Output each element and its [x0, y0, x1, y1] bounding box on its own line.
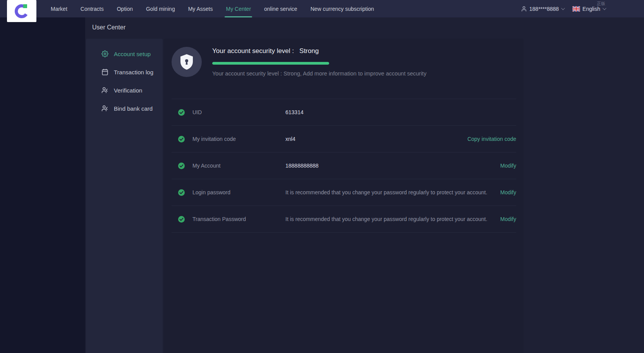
shield-icon: [180, 54, 194, 70]
sidebar-item-transaction-log[interactable]: Transaction log: [101, 64, 163, 80]
security-progress-fill: [212, 62, 329, 65]
row-transaction-password: Transaction Password It is recommended t…: [172, 206, 516, 233]
security-level-subtitle: Your account security level : Strong, Ad…: [212, 70, 426, 77]
modify-transaction-password-link[interactable]: Modify: [500, 216, 516, 222]
security-progress-bar: [212, 62, 329, 65]
sidebar-item-verification[interactable]: Verification: [101, 82, 163, 98]
check-icon: [178, 136, 185, 142]
account-setup-panel: Your account security level :Strong Your…: [164, 39, 524, 353]
row-invitation-code: My invitation code xnl4 Copy invitation …: [172, 126, 516, 153]
shield-badge: [172, 47, 202, 77]
nav-item-my-assets[interactable]: My Assets: [182, 0, 220, 17]
sidebar-item-label: Transaction log: [114, 69, 153, 75]
person-icon: [101, 105, 108, 112]
main-nav: Market Contracts Option Gold mining My A…: [44, 0, 381, 17]
row-label: My Account: [192, 163, 285, 169]
row-my-account: My Account 18888888888 Modify: [172, 153, 516, 179]
chevron-down-icon: [561, 6, 565, 10]
uk-flag-icon: [572, 6, 580, 12]
row-label: UID: [192, 109, 285, 115]
nav-item-option[interactable]: Option: [110, 0, 139, 17]
gear-icon: [101, 50, 108, 57]
check-icon: [178, 216, 185, 223]
sidebar-item-label: Verification: [114, 87, 142, 94]
nav-item-my-center[interactable]: My Center: [219, 0, 258, 17]
row-value: It is recommended that you change your p…: [285, 189, 500, 195]
calendar-icon: [101, 69, 108, 75]
row-value: 613314: [285, 109, 516, 115]
copy-invitation-code-link[interactable]: Copy invitation code: [467, 136, 516, 142]
security-level-header: Your account security level :Strong Your…: [164, 39, 524, 99]
account-settings-list: UID 613314 My invitation code xnl4 Copy …: [172, 99, 516, 233]
row-label: Transaction Password: [192, 216, 285, 222]
modify-account-link[interactable]: Modify: [500, 163, 516, 169]
app-logo[interactable]: [7, 0, 36, 22]
check-icon: [178, 109, 185, 116]
security-level-label: Your account security level :: [212, 47, 294, 55]
top-navigation-bar: Market Contracts Option Gold mining My A…: [0, 0, 644, 17]
nav-item-online-service[interactable]: online service: [258, 0, 304, 17]
user-center-sidebar: Account setup Transaction log Verificati…: [86, 39, 163, 353]
row-login-password: Login password It is recommended that yo…: [172, 179, 516, 206]
user-phone: 188****8888: [529, 6, 559, 12]
divider: [172, 99, 516, 99]
row-uid: UID 613314: [172, 99, 516, 126]
check-icon: [178, 163, 185, 169]
nav-item-market[interactable]: Market: [44, 0, 74, 17]
chevron-down-icon: [603, 6, 606, 10]
security-level-value: Strong: [299, 47, 319, 55]
sidebar-item-bind-bank-card[interactable]: Bind bank card: [101, 101, 163, 116]
row-label: My invitation code: [192, 136, 285, 142]
row-label: Login password: [192, 189, 285, 195]
row-value: 18888888888: [285, 163, 500, 169]
modify-login-password-link[interactable]: Modify: [500, 189, 516, 195]
sidebar-item-label: Account setup: [114, 51, 151, 57]
user-icon: [521, 6, 527, 12]
nav-item-gold-mining[interactable]: Gold mining: [139, 0, 182, 17]
page-title: User Center: [92, 24, 125, 31]
topbar-right-cluster: 188****8888 English: [521, 0, 605, 17]
watermark-text: 正版: [597, 1, 605, 7]
row-value: xnl4: [285, 136, 467, 142]
check-icon: [178, 189, 185, 196]
sidebar-item-account-setup[interactable]: Account setup: [101, 46, 163, 62]
nav-item-new-currency-subscription[interactable]: New currency subscription: [304, 0, 381, 17]
sidebar-item-label: Bind bank card: [114, 105, 153, 112]
row-value: It is recommended that you change your p…: [285, 216, 500, 222]
nav-item-contracts[interactable]: Contracts: [74, 0, 110, 17]
logo-icon: [13, 3, 30, 20]
user-account-menu[interactable]: 188****8888: [521, 6, 564, 12]
person-icon: [101, 87, 108, 94]
security-level-title: Your account security level :Strong: [212, 47, 319, 55]
